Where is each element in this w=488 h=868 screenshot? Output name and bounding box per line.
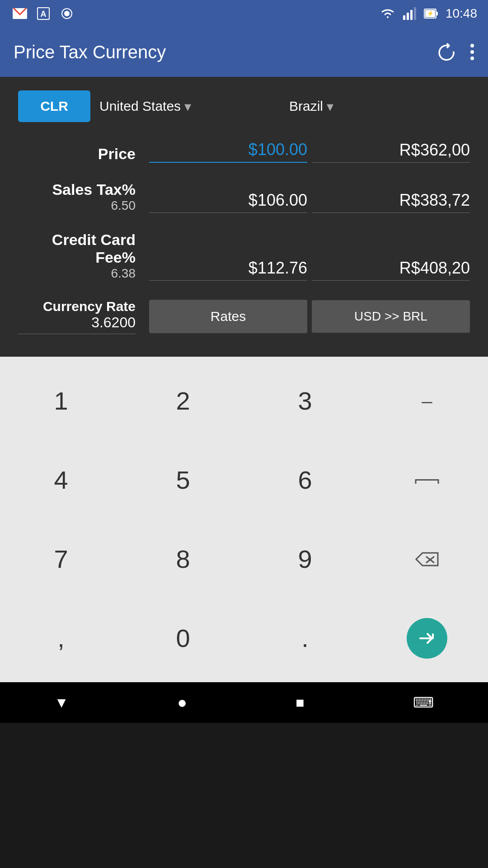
key-enter[interactable] (366, 599, 488, 678)
svg-point-13 (470, 44, 474, 47)
key-row-1: 1 2 3 – (0, 361, 488, 440)
price-brl-value: R$362,00 (312, 141, 470, 163)
chevron-down-icon2: ▾ (327, 99, 333, 114)
key-minus[interactable]: – (366, 361, 488, 440)
chevron-down-icon: ▾ (184, 99, 191, 114)
app-bar: Price Tax Currency (0, 27, 488, 77)
credit-card-row: Credit Card Fee% 6.38 $112.76 R$408,20 (18, 231, 470, 281)
key-4[interactable]: 4 (0, 440, 122, 519)
sales-tax-rate[interactable]: 6.50 (18, 198, 136, 213)
price-usd-col: $100.00 (149, 140, 307, 163)
sales-tax-row: Sales Tax% 6.50 $106.00 R$383,72 (18, 181, 470, 213)
svg-rect-5 (403, 15, 405, 20)
price-usd-value[interactable]: $100.00 (149, 140, 307, 163)
price-label-col: Price (18, 145, 145, 163)
key-5[interactable]: 5 (122, 440, 244, 519)
sales-tax-usd-value: $106.00 (149, 191, 307, 213)
wifi-icon (380, 7, 396, 20)
svg-point-15 (470, 57, 474, 60)
key-7[interactable]: 7 (0, 519, 122, 599)
credit-card-rate[interactable]: 6.38 (18, 266, 136, 281)
key-1[interactable]: 1 (0, 361, 122, 440)
nav-recents-button[interactable]: ■ (296, 694, 304, 711)
svg-point-14 (470, 50, 474, 54)
data-section: Price $100.00 R$362,00 Sales Tax% 6.50 $… (18, 140, 470, 334)
svg-rect-10 (436, 12, 438, 15)
main-content: CLR United States ▾ Brazil ▾ Price $100.… (0, 77, 488, 357)
country1-label: United States (99, 99, 181, 114)
nav-bar: ▼ ● ■ ⌨ (0, 682, 488, 723)
key-3[interactable]: 3 (244, 361, 366, 440)
key-space[interactable] (366, 440, 488, 519)
nav-home-button[interactable]: ● (177, 693, 187, 712)
status-bar-right: ⚡ 10:48 (380, 6, 477, 21)
currency-rate-label: Currency Rate (18, 299, 136, 314)
clear-button[interactable]: CLR (18, 90, 90, 122)
credit-card-usd-value: $112.76 (149, 259, 307, 281)
nav-back-button[interactable]: ▼ (54, 694, 69, 711)
key-comma[interactable]: , (0, 599, 122, 678)
sales-tax-usd-col: $106.00 (149, 191, 307, 213)
svg-text:A: A (41, 9, 47, 19)
sales-tax-label: Sales Tax% (18, 181, 136, 198)
status-bar: A ⚡ 10:48 (0, 0, 488, 27)
key-row-4: , 0 . (0, 599, 488, 678)
app-title: Price Tax Currency (14, 42, 166, 62)
currency-rate-value[interactable]: 3.6200 (18, 314, 136, 334)
svg-text:⚡: ⚡ (427, 10, 433, 17)
credit-card-label-col: Credit Card Fee% 6.38 (18, 231, 145, 281)
gmail-icon (11, 5, 29, 23)
circle-icon (58, 5, 76, 23)
svg-rect-7 (410, 10, 413, 20)
battery-icon: ⚡ (424, 7, 438, 20)
sales-tax-brl-col: R$383,72 (312, 191, 470, 213)
country2-label: Brazil (289, 99, 323, 114)
key-6[interactable]: 6 (244, 440, 366, 519)
signal-icon (403, 7, 417, 20)
credit-card-brl-col: R$408,20 (312, 259, 470, 281)
key-row-2: 4 5 6 (0, 440, 488, 519)
svg-rect-16 (416, 479, 438, 481)
key-0[interactable]: 0 (122, 599, 244, 678)
key-2[interactable]: 2 (122, 361, 244, 440)
key-row-3: 7 8 9 (0, 519, 488, 599)
sales-tax-label-col: Sales Tax% 6.50 (18, 181, 145, 213)
country1-selector[interactable]: United States ▾ (99, 99, 280, 114)
usd-brl-button[interactable]: USD >> BRL (312, 300, 470, 333)
credit-card-label: Credit Card Fee% (18, 231, 136, 266)
status-time: 10:48 (446, 6, 477, 21)
key-backspace[interactable] (366, 519, 488, 599)
top-row: CLR United States ▾ Brazil ▾ (18, 90, 470, 122)
currency-rate-label-col: Currency Rate 3.6200 (18, 299, 145, 334)
key-dot[interactable]: . (244, 599, 366, 678)
price-brl-col: R$362,00 (312, 141, 470, 163)
price-label: Price (18, 145, 136, 163)
price-row: Price $100.00 R$362,00 (18, 140, 470, 163)
country2-selector[interactable]: Brazil ▾ (289, 99, 470, 114)
keyboard: 1 2 3 – 4 5 6 7 8 9 , 0 (0, 357, 488, 682)
refresh-button[interactable] (436, 42, 456, 62)
currency-rate-row: Currency Rate 3.6200 Rates USD >> BRL (18, 299, 470, 334)
more-button[interactable] (470, 42, 474, 62)
app-bar-actions (436, 42, 474, 62)
svg-point-4 (64, 11, 70, 16)
rates-button[interactable]: Rates (149, 300, 307, 333)
enter-icon (407, 618, 447, 659)
sales-tax-brl-value: R$383,72 (312, 191, 470, 213)
credit-card-usd-col: $112.76 (149, 259, 307, 281)
status-bar-left: A (11, 5, 76, 23)
key-9[interactable]: 9 (244, 519, 366, 599)
key-8[interactable]: 8 (122, 519, 244, 599)
svg-rect-6 (407, 13, 409, 20)
svg-rect-8 (414, 7, 416, 20)
a-icon: A (34, 5, 52, 23)
nav-keyboard-button[interactable]: ⌨ (413, 694, 434, 711)
credit-card-brl-value: R$408,20 (312, 259, 470, 281)
